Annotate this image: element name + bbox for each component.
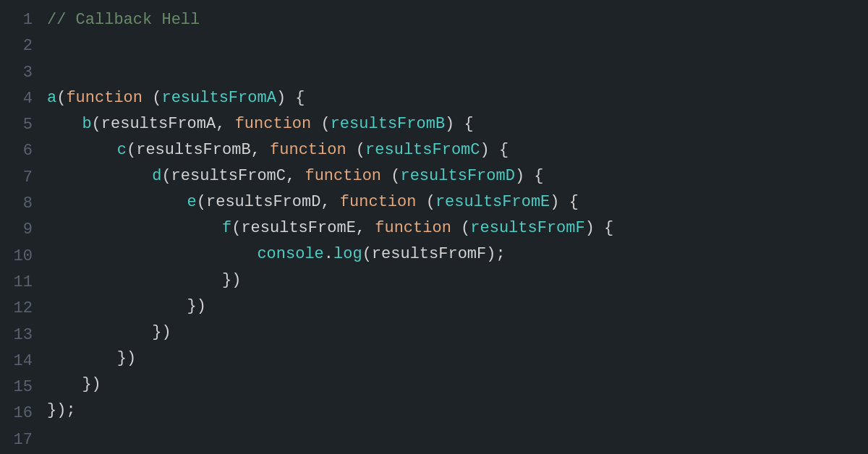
code-line-6: c(resultsFromB, function (resultsFromC) … bbox=[117, 137, 861, 163]
line-num-2: 2 bbox=[23, 33, 33, 59]
line-num-7: 7 bbox=[23, 165, 33, 191]
line-num-4: 4 bbox=[23, 86, 33, 112]
code-line-16: }); bbox=[47, 398, 861, 424]
code-line-1: // Callback Hell bbox=[47, 7, 861, 33]
code-line-11: }) bbox=[222, 267, 861, 294]
line-num-13: 13 bbox=[14, 322, 33, 348]
line-num-11: 11 bbox=[14, 270, 33, 296]
code-editor: 1 2 3 4 5 6 7 8 9 10 11 12 13 14 15 16 1… bbox=[0, 0, 868, 454]
code-line-7: d(resultsFromC, function (resultsFromD) … bbox=[152, 163, 861, 189]
comment-text: // Callback Hell bbox=[47, 7, 200, 33]
code-line-4: a(function (resultsFromA) { bbox=[47, 85, 861, 111]
line-num-5: 5 bbox=[23, 112, 33, 138]
line-num-6: 6 bbox=[23, 138, 33, 164]
line-num-9: 9 bbox=[23, 217, 33, 243]
code-line-3 bbox=[47, 59, 861, 85]
line-num-8: 8 bbox=[23, 191, 33, 217]
code-line-14: }) bbox=[117, 346, 861, 372]
code-line-9: f(resultsFromE, function (resultsFromF) … bbox=[222, 215, 861, 241]
code-line-8: e(resultsFromD, function (resultsFromE) … bbox=[187, 189, 861, 215]
func-a: a bbox=[47, 85, 56, 111]
code-line-2 bbox=[47, 33, 861, 59]
line-num-10: 10 bbox=[14, 244, 33, 270]
code-line-13: }) bbox=[152, 320, 861, 346]
code-line-12: }) bbox=[187, 294, 861, 320]
line-num-3: 3 bbox=[23, 60, 33, 86]
code-content: // Callback Hell a(function (resultsFrom… bbox=[40, 7, 868, 447]
line-numbers: 1 2 3 4 5 6 7 8 9 10 11 12 13 14 15 16 1… bbox=[0, 7, 40, 447]
code-line-15: }) bbox=[82, 372, 861, 398]
line-num-17: 17 bbox=[14, 427, 33, 453]
line-num-14: 14 bbox=[14, 348, 33, 374]
code-line-17 bbox=[47, 424, 861, 450]
code-line-5: b(resultsFromA, function (resultsFromB) … bbox=[82, 111, 861, 137]
line-num-15: 15 bbox=[14, 374, 33, 401]
line-num-16: 16 bbox=[14, 401, 33, 427]
line-num-1: 1 bbox=[23, 7, 33, 33]
code-line-10: console.log(resultsFromF); bbox=[257, 241, 861, 267]
line-num-12: 12 bbox=[14, 296, 33, 322]
